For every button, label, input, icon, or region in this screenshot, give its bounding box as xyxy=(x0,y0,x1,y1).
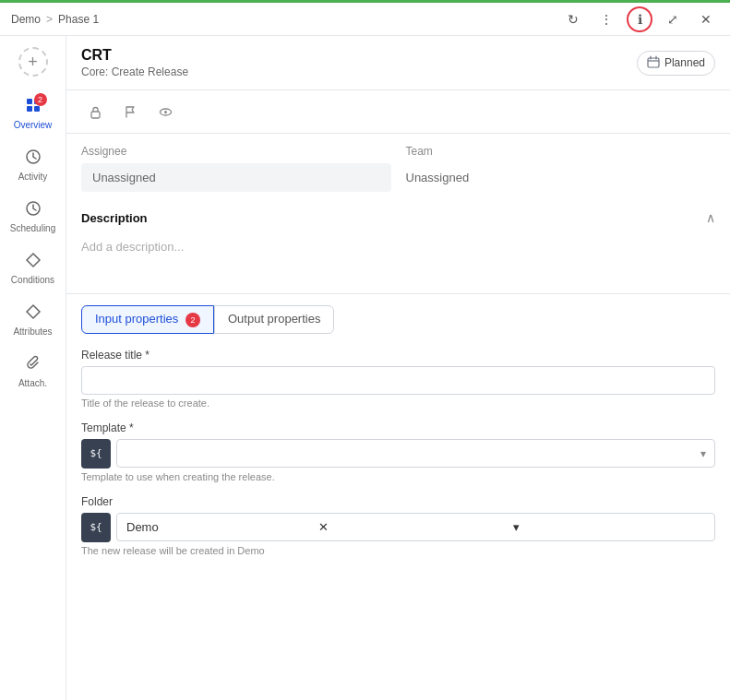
flag-icon-button[interactable] xyxy=(116,98,144,125)
template-select[interactable] xyxy=(116,439,715,468)
template-expr-button[interactable]: ${ xyxy=(81,439,111,469)
activity-icon xyxy=(25,148,42,169)
output-properties-tab[interactable]: Output properties xyxy=(214,305,334,334)
info-button[interactable]: ℹ xyxy=(627,6,652,32)
attach-icon xyxy=(25,355,42,375)
release-title-input[interactable] xyxy=(81,366,715,395)
assignee-row: Assignee Unassigned Team Unassigned xyxy=(81,145,715,192)
breadcrumb: Demo > Phase 1 xyxy=(11,13,99,26)
svg-marker-7 xyxy=(27,305,40,318)
folder-input-wrapper: Demo ✕ ▾ xyxy=(116,513,715,541)
template-hint: Template to use when creating the releas… xyxy=(81,471,715,482)
breadcrumb-separator: > xyxy=(46,13,53,26)
sidebar-item-activity[interactable]: Activity xyxy=(0,139,66,191)
description-section: Description ∧ Add a description... xyxy=(66,203,730,294)
team-value: Unassigned xyxy=(406,171,470,184)
sidebar-item-attach[interactable]: Attach. xyxy=(0,346,66,397)
description-header: Description ∧ xyxy=(81,203,715,229)
svg-rect-8 xyxy=(648,58,659,67)
team-label: Team xyxy=(406,145,716,158)
content-header: CRT Core: Create Release Planned xyxy=(66,36,730,90)
task-info: CRT Core: Create Release xyxy=(81,47,188,78)
description-input[interactable]: Add a description... xyxy=(81,236,715,282)
assignee-column: Assignee Unassigned xyxy=(81,145,391,192)
description-title: Description xyxy=(81,211,148,225)
close-button[interactable]: ✕ xyxy=(693,6,719,32)
release-title-label: Release title * xyxy=(81,349,715,362)
folder-row: ${ Demo ✕ ▾ xyxy=(81,513,715,542)
attributes-icon xyxy=(25,303,42,324)
svg-rect-3 xyxy=(34,106,40,112)
task-name: Core: Create Release xyxy=(81,65,188,78)
input-properties-tab[interactable]: Input properties 2 xyxy=(81,305,214,334)
top-bar-actions: ↻ ⋮ ℹ ⤢ ✕ xyxy=(560,6,719,32)
folder-dropdown-arrow[interactable]: ▾ xyxy=(513,520,705,534)
overview-badge: 2 xyxy=(34,93,47,106)
svg-point-14 xyxy=(164,111,167,113)
folder-clear-button[interactable]: ✕ xyxy=(318,520,510,534)
sidebar-label-conditions: Conditions xyxy=(11,275,54,285)
template-row: ${ ▾ xyxy=(81,439,715,469)
status-badge[interactable]: Planned xyxy=(637,51,715,76)
refresh-button[interactable]: ↻ xyxy=(560,6,586,32)
top-bar: Demo > Phase 1 ↻ ⋮ ℹ ⤢ ✕ xyxy=(0,3,730,36)
input-tab-label: Input properties xyxy=(95,312,178,326)
breadcrumb-demo[interactable]: Demo xyxy=(11,13,41,26)
expand-button[interactable]: ⤢ xyxy=(660,6,686,32)
folder-hint: The new release will be created in Demo xyxy=(81,545,715,556)
template-label: Template * xyxy=(81,421,715,434)
collapse-description-button[interactable]: ∧ xyxy=(706,210,715,225)
svg-rect-12 xyxy=(91,112,100,118)
conditions-icon xyxy=(25,252,42,272)
output-tab-label: Output properties xyxy=(228,312,320,326)
input-tab-badge: 2 xyxy=(185,313,200,327)
sidebar: + 2 Overview Activity xyxy=(0,36,66,700)
main-layout: + 2 Overview Activity xyxy=(0,36,730,700)
sidebar-label-attributes: Attributes xyxy=(13,326,52,337)
sidebar-item-conditions[interactable]: Conditions xyxy=(0,243,66,294)
breadcrumb-phase[interactable]: Phase 1 xyxy=(58,13,99,26)
svg-rect-2 xyxy=(27,106,32,112)
assignee-section: Assignee Unassigned Team Unassigned xyxy=(66,134,730,203)
sidebar-label-overview: Overview xyxy=(14,120,53,130)
more-options-button[interactable]: ⋮ xyxy=(593,6,619,32)
svg-marker-6 xyxy=(27,254,40,267)
sidebar-item-attributes[interactable]: Attributes xyxy=(0,294,66,346)
template-select-wrapper: ▾ xyxy=(116,439,715,468)
assignee-label: Assignee xyxy=(81,145,391,158)
tab-icons-row xyxy=(66,90,730,134)
sidebar-label-scheduling: Scheduling xyxy=(10,223,55,233)
folder-expr-label: ${ xyxy=(90,521,102,533)
properties-tabs: Input properties 2 Output properties xyxy=(81,305,715,334)
task-code: CRT xyxy=(81,47,188,64)
overview-icon: 2 xyxy=(25,97,42,117)
release-title-group: Release title * Title of the release to … xyxy=(81,349,715,409)
status-icon xyxy=(647,55,660,71)
svg-rect-0 xyxy=(27,99,32,104)
status-label: Planned xyxy=(664,56,705,69)
add-button[interactable]: + xyxy=(18,47,48,77)
scheduling-icon xyxy=(25,200,42,220)
sidebar-item-scheduling[interactable]: Scheduling xyxy=(0,191,66,243)
assignee-value: Unassigned xyxy=(92,171,156,184)
sidebar-label-attach: Attach. xyxy=(18,378,47,388)
template-group: Template * ${ ▾ Template to use when cre… xyxy=(81,421,715,482)
folder-label: Folder xyxy=(81,495,715,508)
assignee-selector[interactable]: Unassigned xyxy=(81,163,391,192)
folder-value: Demo xyxy=(126,520,318,534)
sidebar-label-activity: Activity xyxy=(18,172,48,182)
team-selector[interactable]: Unassigned xyxy=(406,163,716,192)
properties-section: Input properties 2 Output properties Rel… xyxy=(66,294,730,580)
template-expr-label: ${ xyxy=(90,447,102,459)
sidebar-item-overview[interactable]: 2 Overview xyxy=(0,88,66,139)
lock-icon-button[interactable] xyxy=(81,98,109,125)
folder-expr-button[interactable]: ${ xyxy=(81,513,111,542)
content-area: CRT Core: Create Release Planned xyxy=(66,36,730,700)
eye-icon-button[interactable] xyxy=(151,98,179,125)
team-column: Team Unassigned xyxy=(406,145,716,192)
release-title-hint: Title of the release to create. xyxy=(81,397,715,409)
folder-group: Folder ${ Demo ✕ ▾ The new release will … xyxy=(81,495,715,556)
